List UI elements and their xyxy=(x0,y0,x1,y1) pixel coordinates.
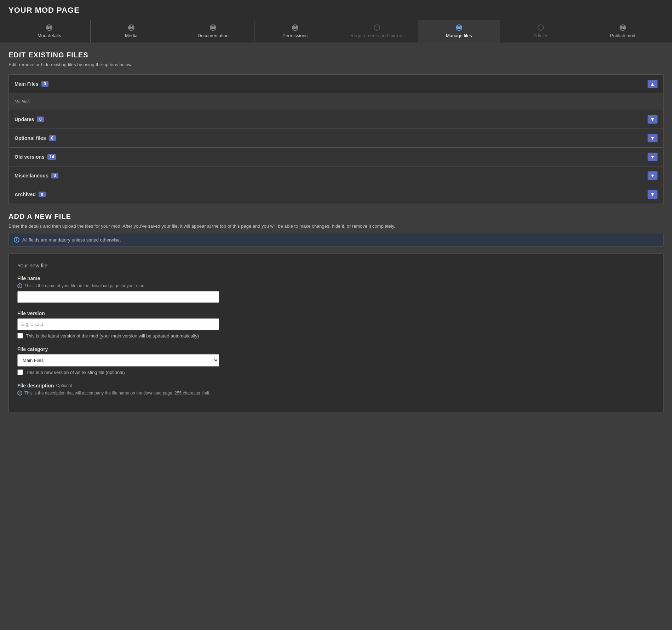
edit-section-title: EDIT EXISTING FILES xyxy=(8,51,664,59)
accordion-header-archived[interactable]: Archived 0 ▼ xyxy=(9,185,663,204)
tab-radio-articles xyxy=(538,24,544,31)
chevron-down-icon-old-versions: ▼ xyxy=(650,154,655,160)
label-file-description: File description Optional xyxy=(17,383,655,388)
form-group-file-category: File category Main Files Updates Optiona… xyxy=(17,346,655,375)
label-file-name: File name xyxy=(17,276,655,281)
tab-radio-mod-details xyxy=(46,24,52,31)
edit-section-desc: Edit, remove or hide existing files by u… xyxy=(8,62,664,67)
main-content: EDIT EXISTING FILES Edit, remove or hide… xyxy=(0,42,672,421)
badge-miscellaneous: 0 xyxy=(51,173,58,178)
chevron-btn-updates[interactable]: ▼ xyxy=(648,115,657,124)
accordion-item-old-versions: Old versions 14 ▼ xyxy=(9,148,663,166)
badge-main-files: 0 xyxy=(41,81,48,87)
tab-manage-files[interactable]: Manage files xyxy=(418,20,500,42)
tab-label-mod-details: Mod details xyxy=(38,33,61,38)
form-group-file-description: File description Optional i This is the … xyxy=(17,383,655,396)
chevron-btn-old-versions[interactable]: ▼ xyxy=(648,153,657,161)
label-file-category: File category xyxy=(17,346,655,352)
tab-articles: Articles xyxy=(500,20,582,42)
tab-documentation[interactable]: Documentation xyxy=(172,20,254,42)
accordion-text-main-files: Main Files xyxy=(15,81,39,87)
info-icon-symbol: i xyxy=(16,238,17,242)
accordion-header-optional-files[interactable]: Optional files 0 ▼ xyxy=(9,129,663,147)
chevron-down-icon-archived: ▼ xyxy=(650,192,655,197)
chevron-btn-miscellaneous[interactable]: ▼ xyxy=(648,171,657,180)
tab-requirements-mirrors: Requirements and mirrors xyxy=(336,20,418,42)
optional-tag-description: Optional xyxy=(56,383,72,388)
accordion-label-main-files: Main Files 0 xyxy=(15,81,48,87)
tab-label-permissions: Permissions xyxy=(282,33,308,38)
tab-label-media: Media xyxy=(125,33,137,38)
accordion-label-old-versions: Old versions 14 xyxy=(15,154,56,160)
tab-radio-manage-files xyxy=(456,24,462,31)
label-file-version: File version xyxy=(17,311,655,316)
file-version-input[interactable] xyxy=(17,318,219,330)
badge-optional-files: 0 xyxy=(49,135,56,141)
accordion-header-updates[interactable]: Updates 0 ▼ xyxy=(9,110,663,129)
nav-tabs: Mod details Media Documentation Permissi… xyxy=(8,20,664,42)
accordion-label-updates: Updates 0 xyxy=(15,117,44,122)
add-section-title: ADD A NEW FILE xyxy=(8,212,664,221)
accordion-text-miscellaneous: Miscellaneous xyxy=(15,173,48,178)
tab-radio-requirements xyxy=(374,24,380,31)
tab-media[interactable]: Media xyxy=(91,20,173,42)
accordion-header-miscellaneous[interactable]: Miscellaneous 0 ▼ xyxy=(9,166,663,185)
add-section-desc: Enter the details and then upload the fi… xyxy=(8,223,664,229)
accordion-item-miscellaneous: Miscellaneous 0 ▼ xyxy=(9,166,663,185)
tab-label-documentation: Documentation xyxy=(198,33,229,38)
latest-version-checkbox-row: This is the latest version of the mod (y… xyxy=(17,333,655,339)
page-wrapper: YOUR MOD PAGE Mod details Media Document… xyxy=(0,0,672,630)
tab-radio-media xyxy=(128,24,134,31)
chevron-up-icon: ▲ xyxy=(650,81,655,87)
accordion-item-main-files: Main Files 0 ▲ No files xyxy=(9,75,663,110)
chevron-btn-main-files[interactable]: ▲ xyxy=(648,80,657,88)
latest-version-label: This is the latest version of the mod (y… xyxy=(26,333,199,339)
accordion-container: Main Files 0 ▲ No files Updates 0 xyxy=(8,74,664,204)
tab-label-manage-files: Manage files xyxy=(446,33,472,38)
tab-label-articles: Articles xyxy=(533,33,548,38)
badge-old-versions: 14 xyxy=(47,154,56,160)
chevron-down-icon-optional: ▼ xyxy=(650,135,655,141)
tab-radio-permissions xyxy=(292,24,298,31)
accordion-text-updates: Updates xyxy=(15,117,34,122)
file-name-input[interactable] xyxy=(17,291,219,303)
form-panel: Your new file File name i This is the na… xyxy=(8,254,664,412)
badge-archived: 0 xyxy=(39,192,46,197)
chevron-down-icon-updates: ▼ xyxy=(650,117,655,122)
page-title: YOUR MOD PAGE xyxy=(8,6,664,15)
tab-label-requirements: Requirements and mirrors xyxy=(350,33,403,38)
page-header: YOUR MOD PAGE Mod details Media Document… xyxy=(0,0,672,42)
tab-publish-mod[interactable]: Publish mod xyxy=(582,20,664,42)
tab-permissions[interactable]: Permissions xyxy=(254,20,337,42)
accordion-header-main-files[interactable]: Main Files 0 ▲ xyxy=(9,75,663,93)
accordion-header-old-versions[interactable]: Old versions 14 ▼ xyxy=(9,148,663,166)
tab-radio-documentation xyxy=(210,24,216,31)
accordion-label-miscellaneous: Miscellaneous 0 xyxy=(15,173,58,178)
no-files-text: No files xyxy=(15,99,30,104)
info-icon-description: i xyxy=(17,391,22,396)
info-bar: i All fields are mandatory unless stated… xyxy=(8,233,664,246)
chevron-down-icon-misc: ▼ xyxy=(650,173,655,178)
tab-radio-publish-mod xyxy=(620,24,626,31)
accordion-item-optional-files: Optional files 0 ▼ xyxy=(9,129,663,148)
info-text: All fields are mandatory unless stated o… xyxy=(22,237,121,243)
chevron-btn-optional-files[interactable]: ▼ xyxy=(648,134,657,142)
accordion-text-old-versions: Old versions xyxy=(15,154,45,160)
accordion-text-optional-files: Optional files xyxy=(15,135,46,141)
new-version-checkbox[interactable] xyxy=(17,369,23,375)
chevron-btn-archived[interactable]: ▼ xyxy=(648,190,657,199)
new-version-checkbox-row: This is a new version of an existing fil… xyxy=(17,369,655,375)
file-category-select[interactable]: Main Files Updates Optional files Old ve… xyxy=(17,354,219,367)
info-icon: i xyxy=(14,237,19,243)
accordion-text-archived: Archived xyxy=(15,192,36,197)
form-group-file-name: File name i This is the name of your fil… xyxy=(17,276,655,303)
hint-file-name: i This is the name of your file on the d… xyxy=(17,283,655,288)
latest-version-checkbox[interactable] xyxy=(17,333,23,339)
info-icon-file-name: i xyxy=(17,283,22,288)
accordion-item-updates: Updates 0 ▼ xyxy=(9,110,663,129)
tab-mod-details[interactable]: Mod details xyxy=(8,20,91,42)
accordion-label-optional-files: Optional files 0 xyxy=(15,135,56,141)
badge-updates: 0 xyxy=(37,117,44,122)
form-group-file-version: File version This is the latest version … xyxy=(17,311,655,339)
accordion-label-archived: Archived 0 xyxy=(15,192,46,197)
